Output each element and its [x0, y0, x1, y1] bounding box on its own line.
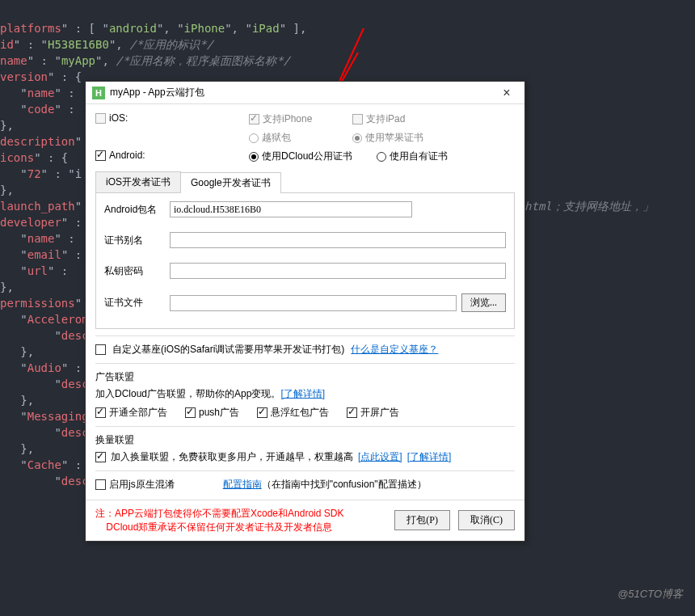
support-iphone-checkbox [249, 114, 259, 124]
ad-union-desc: 加入DCloud广告联盟，帮助你的App变现。 [95, 388, 280, 399]
custom-base-link[interactable]: 什么是自定义基座？ [351, 343, 438, 357]
js-obfuscate-checkbox[interactable] [95, 479, 106, 490]
ad-all-checkbox[interactable] [95, 407, 106, 418]
private-key-input[interactable] [170, 263, 506, 279]
app-icon: H [92, 86, 105, 99]
cert-file-input[interactable] [170, 295, 457, 311]
tab-ios-cert[interactable]: iOS开发者证书 [95, 171, 181, 192]
cert-alias-input[interactable] [170, 232, 506, 248]
custom-base-label: 自定义基座(iOS的Safari调试需要用苹果开发证书打包) [112, 343, 344, 357]
tab-google-cert[interactable]: Google开发者证书 [180, 172, 281, 193]
ad-float-checkbox[interactable] [257, 407, 267, 418]
watermark: @51CTO博客 [617, 587, 683, 601]
traffic-details-link[interactable]: [了解详情] [407, 450, 452, 464]
package-name-input[interactable] [170, 201, 412, 217]
private-key-label: 私钥密码 [104, 264, 165, 278]
ios-checkbox[interactable] [95, 113, 106, 124]
browse-button[interactable]: 浏览... [461, 293, 506, 312]
ios-label: iOS: [109, 112, 128, 124]
traffic-settings-link[interactable]: [点此设置] [358, 450, 402, 464]
pack-button[interactable]: 打包(P) [394, 510, 450, 530]
footer-note: 注：APP云端打包使得你不需要配置Xcode和Android SDK DClou… [95, 507, 386, 534]
traffic-union-label: 换量联盟 [95, 433, 515, 447]
close-button[interactable]: × [495, 86, 518, 100]
ad-splash-checkbox[interactable] [347, 407, 357, 418]
own-cert-radio[interactable] [377, 152, 386, 162]
ad-union-label: 广告联盟 [95, 370, 515, 384]
config-guide-link[interactable]: 配置指南 [223, 479, 262, 490]
ad-push-checkbox[interactable] [185, 407, 196, 418]
package-name-label: Android包名 [104, 203, 165, 217]
dcloud-cert-radio[interactable] [249, 152, 259, 162]
support-ipad-checkbox [352, 114, 363, 124]
traffic-union-checkbox[interactable] [95, 452, 106, 462]
cert-alias-label: 证书别名 [104, 234, 165, 247]
android-checkbox[interactable] [95, 150, 106, 161]
apple-cert-radio [352, 133, 362, 143]
traffic-union-desc: 加入换量联盟，免费获取更多用户，开通越早，权重越高 [111, 450, 353, 464]
pack-dialog: H myApp - App云端打包 × iOS: 支持iPhone 越狱包 支持… [85, 81, 525, 542]
config-guide-suffix: （在指南中找到"confusion"配置描述） [262, 479, 427, 490]
jailbreak-radio [249, 133, 259, 143]
custom-base-checkbox[interactable] [95, 344, 106, 355]
dialog-title: myApp - App云端打包 [110, 86, 495, 99]
cancel-button[interactable]: 取消(C) [458, 510, 515, 530]
cert-file-label: 证书文件 [104, 296, 165, 310]
android-label: Android: [109, 150, 145, 161]
dialog-titlebar: H myApp - App云端打包 × [86, 82, 524, 104]
ad-union-link[interactable]: [了解详情] [280, 388, 325, 399]
